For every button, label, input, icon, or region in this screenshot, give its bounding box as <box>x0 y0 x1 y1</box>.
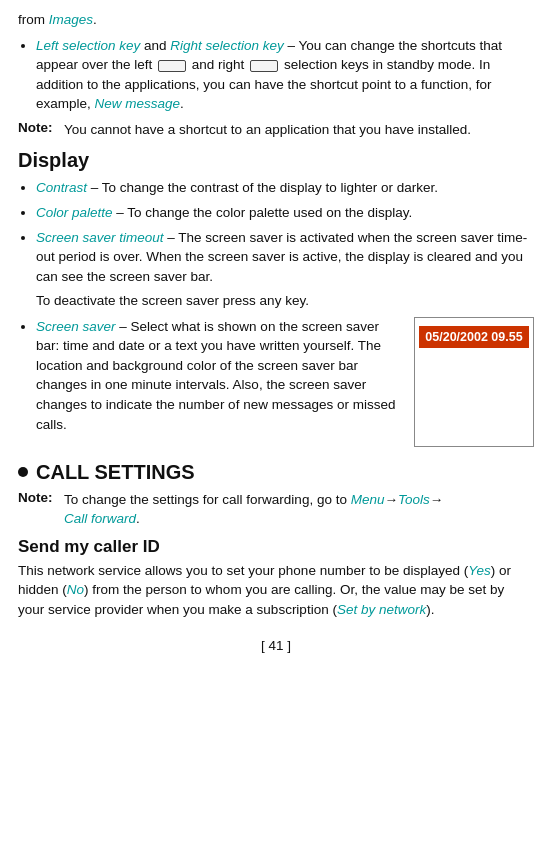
color-palette-link: Color palette <box>36 205 113 220</box>
page-number: [ 41 ] <box>261 638 291 653</box>
deactivate-text: To deactivate the screen saver press any… <box>36 293 309 308</box>
screen-saver-timeout-item: Screen saver timeout – The screen saver … <box>36 228 534 311</box>
screen-saver-text-block: Screen saver – Select what is shown on t… <box>36 317 402 434</box>
screen-saver-item: Screen saver – Select what is shown on t… <box>36 317 534 447</box>
screen-saver-preview: 05/20/2002 09.55 <box>414 317 534 447</box>
left-key-icon <box>158 60 186 72</box>
color-palette-text: – To change the color palette used on th… <box>113 205 413 220</box>
and-text: and <box>140 38 170 53</box>
right-selection-link: Right selection key <box>170 38 283 53</box>
no-link: No <box>67 582 84 597</box>
color-palette-item: Color palette – To change the color pale… <box>36 203 534 223</box>
contrast-text: – To change the contrast of the display … <box>87 180 438 195</box>
right-key-icon <box>250 60 278 72</box>
menu-link: Menu <box>351 492 385 507</box>
note2-suffix: . <box>136 511 140 526</box>
note1-text: You cannot have a shortcut to an applica… <box>64 120 471 140</box>
note2-text: To change the settings for call forwardi… <box>64 490 443 529</box>
date-bar: 05/20/2002 09.55 <box>419 326 528 348</box>
note1-label: Note: <box>18 120 64 140</box>
note2-prefix: To change the settings for call forwardi… <box>64 492 351 507</box>
deactivate-para: To deactivate the screen saver press any… <box>36 291 534 311</box>
call-settings-heading: CALL SETTINGS <box>36 461 195 484</box>
selection-key-item: Left selection key and Right selection k… <box>36 36 534 114</box>
caller-id-text1: This network service allows you to set y… <box>18 563 468 578</box>
note2-arrow1: → <box>384 492 398 507</box>
note2-label: Note: <box>18 490 64 529</box>
new-message-link: New message <box>95 96 181 111</box>
note1-block: Note: You cannot have a shortcut to an a… <box>18 120 534 140</box>
note2-arrow2: → <box>430 492 444 507</box>
yes-link: Yes <box>468 563 491 578</box>
display-list: Contrast – To change the contrast of the… <box>36 178 534 446</box>
from-text: from <box>18 12 49 27</box>
set-by-network-link: Set by network <box>337 602 426 617</box>
send-caller-id-heading: Send my caller ID <box>18 537 534 557</box>
screen-saver-row: Screen saver – Select what is shown on t… <box>36 317 534 447</box>
screen-saver-link: Screen saver <box>36 319 116 334</box>
note2-block: Note: To change the settings for call fo… <box>18 490 534 529</box>
call-settings-bullet-dot <box>18 467 28 477</box>
display-heading: Display <box>18 149 534 172</box>
contrast-link: Contrast <box>36 180 87 195</box>
from-images-para: from Images. <box>18 10 534 30</box>
left-selection-link: Left selection key <box>36 38 140 53</box>
page-footer: [ 41 ] <box>18 638 534 653</box>
tools-link: Tools <box>398 492 430 507</box>
images-link: Images <box>49 12 93 27</box>
call-forward-link: Call forward <box>64 511 136 526</box>
send-caller-id-para: This network service allows you to set y… <box>18 561 534 620</box>
screen-saver-text: – Select what is shown on the screen sav… <box>36 319 395 432</box>
screen-saver-timeout-link: Screen saver timeout <box>36 230 164 245</box>
caller-id-text4: ). <box>426 602 434 617</box>
bullet1-text2: and right <box>188 57 248 72</box>
call-settings-section: CALL SETTINGS <box>18 461 534 484</box>
bullet1-text4: . <box>180 96 184 111</box>
page-content: from Images. Left selection key and Righ… <box>18 10 534 653</box>
selection-key-list: Left selection key and Right selection k… <box>36 36 534 114</box>
contrast-item: Contrast – To change the contrast of the… <box>36 178 534 198</box>
